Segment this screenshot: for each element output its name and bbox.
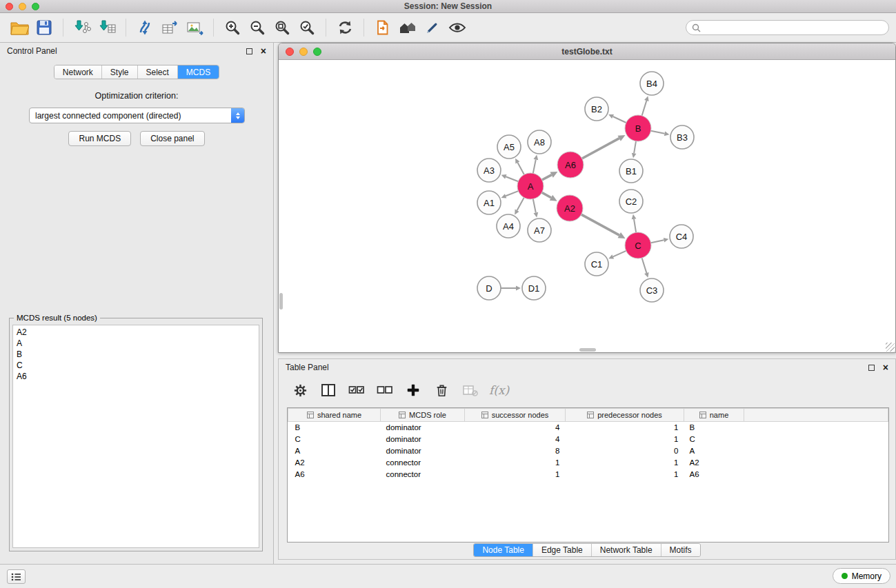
table-row[interactable]: A6connector11A6 xyxy=(288,469,888,480)
graph-edge-A-A3[interactable] xyxy=(506,176,518,181)
graph-edge-A6-B[interactable] xyxy=(582,139,619,159)
graph-node-C3[interactable]: C3 xyxy=(640,278,664,302)
new-network-button[interactable] xyxy=(132,15,157,40)
zoom-out-button[interactable] xyxy=(245,15,270,40)
search-field[interactable] xyxy=(686,20,889,35)
graph-edge-A-A4[interactable] xyxy=(517,198,524,211)
duplicate-network-button[interactable] xyxy=(370,15,395,40)
show-columns-button[interactable] xyxy=(319,381,337,399)
network-overview-button[interactable] xyxy=(395,15,420,40)
tab-style[interactable]: Style xyxy=(102,65,138,79)
minimize-network-button[interactable] xyxy=(299,48,308,56)
refresh-button[interactable] xyxy=(332,15,357,40)
select-all-columns-button[interactable] xyxy=(348,381,366,399)
export-table-button[interactable] xyxy=(157,15,182,40)
close-window-button[interactable] xyxy=(6,3,13,10)
toggle-details-button[interactable] xyxy=(445,15,470,40)
graph-edge-A-A5[interactable] xyxy=(517,163,524,175)
tab-network-table[interactable]: Network Table xyxy=(592,544,661,556)
graph-node-A8[interactable]: A8 xyxy=(528,130,551,154)
zoom-in-button[interactable] xyxy=(220,15,245,40)
column-header[interactable]: predecessor nodes xyxy=(566,409,684,422)
minimize-window-button[interactable] xyxy=(19,3,26,10)
graph-edge-A-A8[interactable] xyxy=(533,160,536,174)
column-header[interactable]: shared name xyxy=(288,409,381,422)
graph-node-A[interactable]: A xyxy=(517,173,544,199)
column-header[interactable]: name xyxy=(684,409,744,422)
tab-motifs[interactable]: Motifs xyxy=(661,544,700,556)
open-session-button[interactable] xyxy=(7,15,32,40)
zoom-selected-button[interactable] xyxy=(295,15,319,40)
zoom-network-button[interactable] xyxy=(313,48,321,56)
table-row[interactable]: Bdominator41B xyxy=(288,422,888,434)
graph-edge-C-C1[interactable] xyxy=(613,251,626,257)
graph-edge-C-C3[interactable] xyxy=(642,258,647,273)
close-table-panel-icon[interactable]: × xyxy=(883,363,888,372)
graph-edge-B-B2[interactable] xyxy=(613,116,626,123)
table-row[interactable]: Cdominator41C xyxy=(288,434,888,445)
graph-node-D1[interactable]: D1 xyxy=(522,276,546,300)
close-panel-button[interactable]: Close panel xyxy=(140,131,204,146)
graph-edge-C-C2[interactable] xyxy=(634,219,636,233)
float-table-panel-icon[interactable] xyxy=(868,365,875,371)
unselect-all-columns-button[interactable] xyxy=(376,381,394,399)
tab-edge-table[interactable]: Edge Table xyxy=(533,544,592,556)
graph-node-C[interactable]: C xyxy=(625,232,651,258)
graph-node-C2[interactable]: C2 xyxy=(619,190,643,213)
table-row[interactable]: Adominator80A xyxy=(288,445,888,457)
graph-node-A3[interactable]: A3 xyxy=(477,159,501,182)
mcds-result-item[interactable]: A xyxy=(13,338,259,349)
graph-edge-A-A7[interactable] xyxy=(533,199,536,213)
graph-node-A1[interactable]: A1 xyxy=(477,191,501,214)
tab-node-table[interactable]: Node Table xyxy=(474,544,533,556)
mcds-result-list[interactable]: A2ABCA6 xyxy=(12,325,259,548)
column-header[interactable]: successor nodes xyxy=(465,409,566,422)
table-row[interactable]: A2connector11A2 xyxy=(288,457,888,469)
column-header[interactable]: MCDS role xyxy=(381,409,465,422)
graph-node-C4[interactable]: C4 xyxy=(670,225,693,248)
zoom-window-button[interactable] xyxy=(32,3,39,10)
graph-edge-B-B1[interactable] xyxy=(634,141,636,154)
graph-node-A6[interactable]: A6 xyxy=(557,152,584,178)
graph-node-D[interactable]: D xyxy=(477,276,501,300)
zoom-fit-button[interactable] xyxy=(270,15,295,40)
graph-node-A7[interactable]: A7 xyxy=(528,219,551,242)
tab-network[interactable]: Network xyxy=(54,65,102,79)
delete-column-button[interactable] xyxy=(432,381,450,399)
save-session-button[interactable] xyxy=(32,15,57,40)
network-canvas[interactable]: B4B2BB3A5A8A6A3B1AC2A1A2A4A7C4CC1DD1C3 xyxy=(279,60,895,352)
graph-node-B[interactable]: B xyxy=(625,115,651,141)
create-column-button[interactable] xyxy=(404,381,422,399)
graph-edge-A-A6[interactable] xyxy=(542,175,552,180)
graph-node-B2[interactable]: B2 xyxy=(585,97,608,121)
table-settings-button[interactable] xyxy=(291,381,309,399)
mcds-result-item[interactable]: C xyxy=(13,360,259,371)
graph-edge-B-B3[interactable] xyxy=(651,131,665,134)
graph-node-B1[interactable]: B1 xyxy=(619,159,643,183)
graph-node-B4[interactable]: B4 xyxy=(640,72,664,95)
mcds-result-item[interactable]: A2 xyxy=(13,327,259,338)
graph-edge-A-A2[interactable] xyxy=(542,192,551,198)
search-input[interactable] xyxy=(704,23,883,32)
graph-edge-B-B4[interactable] xyxy=(642,101,647,116)
criterion-dropdown[interactable]: largest connected component (directed) xyxy=(29,108,245,123)
run-mcds-button[interactable]: Run MCDS xyxy=(68,131,131,146)
close-network-button[interactable] xyxy=(286,48,294,56)
graph-node-C1[interactable]: C1 xyxy=(585,252,608,276)
graph-edge-A-A1[interactable] xyxy=(506,191,518,196)
graph-node-A2[interactable]: A2 xyxy=(557,195,583,221)
close-panel-icon[interactable]: × xyxy=(261,46,266,56)
export-image-button[interactable] xyxy=(182,15,207,40)
mcds-result-item[interactable]: B xyxy=(13,349,259,360)
tab-mcds[interactable]: MCDS xyxy=(178,65,219,79)
mcds-result-item[interactable]: A6 xyxy=(13,371,259,382)
graph-node-A4[interactable]: A4 xyxy=(497,214,520,238)
graph-edge-A2-C[interactable] xyxy=(581,214,619,235)
graph-edge-C-C4[interactable] xyxy=(651,240,664,243)
import-table-button[interactable] xyxy=(94,15,119,40)
annotation-mode-button[interactable] xyxy=(420,15,445,40)
graph-node-A5[interactable]: A5 xyxy=(497,135,521,159)
horizontal-scrollbar-thumb[interactable] xyxy=(579,348,596,352)
tab-select[interactable]: Select xyxy=(138,65,178,79)
memory-button[interactable]: Memory xyxy=(833,568,890,584)
